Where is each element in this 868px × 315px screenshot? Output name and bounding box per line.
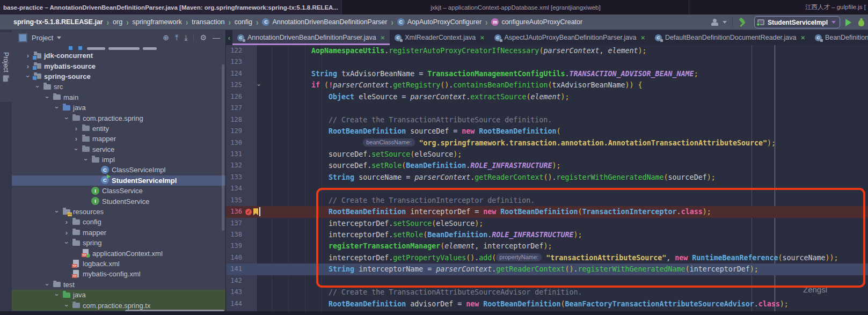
line-number[interactable]: 142	[226, 275, 242, 287]
line-number[interactable]: 130	[226, 137, 242, 149]
tree-row[interactable]: ›impl	[12, 155, 225, 165]
project-tool-tab[interactable]: Project	[0, 32, 12, 102]
chevron-right-icon[interactable]: ›	[24, 52, 32, 59]
chevron-down-icon[interactable]: ›	[44, 280, 51, 289]
tree-row[interactable]: logback.xml	[12, 259, 225, 269]
line-number[interactable]: 122	[226, 45, 242, 56]
breadcrumb-item[interactable]: CAnnotationDrivenBeanDefinitionParser	[262, 18, 387, 26]
tab-close-icon[interactable]: ✕	[480, 35, 484, 41]
run-configuration-select[interactable]: StudentServiceImpl	[754, 16, 840, 28]
tree-row[interactable]: ›src	[12, 82, 225, 92]
line-number[interactable]: 126	[226, 91, 242, 102]
tree-row[interactable]: CClassServiceImpl	[12, 165, 225, 175]
line-number[interactable]: 141	[226, 263, 242, 275]
collapse-all-icon[interactable]: ⤓	[184, 33, 187, 42]
debug-icon[interactable]	[858, 18, 865, 26]
line-number[interactable]: 132	[226, 160, 242, 171]
line-number[interactable]: 125	[226, 79, 242, 91]
chevron-right-icon[interactable]: ›	[72, 135, 81, 142]
tree-row[interactable]: applicationContext.xml	[12, 248, 225, 258]
breadcrumb-item[interactable]: config	[235, 18, 252, 26]
chevron-right-icon[interactable]: ›	[24, 63, 32, 70]
user-icon[interactable]	[711, 19, 720, 26]
chevron-down-icon[interactable]: ›	[54, 291, 61, 299]
hide-icon[interactable]: —	[213, 33, 220, 42]
line-number[interactable]: 138	[226, 229, 242, 240]
breadcrumb-item[interactable]: spring-tx-5.1.8.RELEASE.jar	[13, 18, 103, 26]
line-number[interactable]: 124	[226, 68, 242, 79]
tree-row[interactable]: ›com.practice.spring	[12, 113, 225, 123]
chevron-down-icon[interactable]: ›	[54, 104, 61, 112]
chevron-down-icon[interactable]: ›	[63, 114, 70, 122]
editor-tab[interactable]: CXmlReaderContext.java✕	[390, 30, 489, 45]
line-number[interactable]: 129	[226, 126, 242, 137]
line-number[interactable]: 134	[226, 183, 242, 194]
tree-row[interactable]: ›mapper	[12, 134, 225, 144]
tree-row[interactable]: ›main	[12, 92, 225, 102]
breakpoint-icon[interactable]: ✓	[245, 209, 252, 215]
tree-row[interactable]: ›com.practice.spring.tx	[12, 300, 225, 310]
tree-row[interactable]: CStudentServiceImpl	[12, 175, 225, 186]
bookmark-icon[interactable]	[253, 208, 258, 215]
tree-row[interactable]: ›spring	[12, 238, 225, 248]
tree-row[interactable]: ›mapper	[12, 228, 225, 238]
user-dropdown-caret-icon[interactable]	[723, 21, 727, 24]
breadcrumb-item[interactable]: transaction	[192, 18, 224, 26]
editor-tab[interactable]: CDefaultBeanDefinitionDocumentReader.jav…	[650, 30, 810, 45]
tree-row[interactable]: ›test	[12, 280, 225, 290]
chevron-down-icon[interactable]: ›	[25, 72, 32, 80]
tab-close-icon[interactable]: ✕	[641, 35, 645, 41]
chevron-right-icon[interactable]: ›	[62, 218, 71, 225]
locate-icon[interactable]: ⊕	[163, 33, 169, 42]
chevron-down-icon[interactable]: ›	[34, 83, 41, 91]
line-number[interactable]: 127	[226, 102, 242, 114]
tree-row[interactable]: IStudentService	[12, 196, 225, 206]
chevron-down-icon[interactable]: ›	[83, 156, 90, 164]
line-number[interactable]: 139	[226, 240, 242, 252]
line-number[interactable]: 128	[226, 114, 242, 126]
tree-row[interactable]: ›entity	[12, 123, 225, 134]
chevron-down-icon[interactable]: ›	[63, 239, 70, 247]
editor-tab[interactable]: CBeanDefinitionParserDelegate.java✕	[810, 30, 868, 45]
settings-gear-icon[interactable]: ⚙	[200, 33, 207, 42]
tree-row[interactable]: IClassService	[12, 186, 225, 196]
tab-close-icon[interactable]: ✕	[800, 35, 805, 41]
tree-row[interactable]: ›jdk-concurrent	[12, 50, 225, 61]
breadcrumb-item[interactable]: mconfigureAutoProxyCreator	[491, 18, 582, 26]
expand-all-icon[interactable]: ⤒	[175, 33, 178, 42]
line-number[interactable]: 136	[226, 206, 242, 217]
tree-row[interactable]: ›java	[12, 102, 225, 113]
tree-vertical-scrollbar[interactable]	[222, 64, 224, 231]
chevron-down-icon[interactable]: ›	[44, 93, 51, 101]
tab-close-icon[interactable]: ✕	[381, 35, 385, 41]
line-number[interactable]: 137	[226, 218, 242, 229]
chevron-down-icon[interactable]: ›	[63, 301, 70, 310]
breadcrumb-item[interactable]: springframework	[132, 18, 181, 26]
chevron-down-icon[interactable]: ›	[73, 145, 80, 153]
tree-row[interactable]: ›resources	[12, 207, 225, 217]
line-number[interactable]: 143	[226, 287, 242, 298]
tree-row[interactable]: ›service	[12, 144, 225, 155]
editor-tab[interactable]: CAspectJAutoProxyBeanDefinitionParser.ja…	[490, 30, 650, 45]
tab-scroll-left-icon[interactable]: ‹	[226, 30, 232, 45]
tree-row[interactable]: ›java	[12, 290, 225, 300]
line-number[interactable]: 133	[226, 172, 242, 183]
chevron-right-icon[interactable]: ›	[62, 229, 71, 236]
editor-tab[interactable]: CAnnotationDrivenBeanDefinitionParser.ja…	[232, 30, 390, 45]
build-hammer-icon[interactable]	[738, 18, 748, 27]
project-view-caret-icon[interactable]	[57, 36, 61, 39]
breadcrumb-item[interactable]: org	[113, 18, 122, 26]
tree-row[interactable]: mybatis-config.xml	[12, 269, 225, 279]
line-number[interactable]: 140	[226, 252, 242, 263]
chevron-right-icon[interactable]: ›	[72, 125, 81, 132]
tree-row[interactable]: ›mybatis-source	[12, 61, 225, 71]
line-number[interactable]: 123	[226, 56, 242, 68]
line-number[interactable]: 144	[226, 298, 242, 310]
run-icon[interactable]	[845, 19, 851, 26]
line-number[interactable]: 131	[226, 149, 242, 160]
line-number[interactable]: 135	[226, 195, 242, 206]
tree-row[interactable]: ›config	[12, 217, 225, 227]
tree-row[interactable]: ›spring-source	[12, 71, 225, 82]
breadcrumb-item[interactable]: CAopAutoProxyConfigurer	[397, 18, 482, 26]
chevron-down-icon[interactable]: ›	[54, 208, 61, 216]
